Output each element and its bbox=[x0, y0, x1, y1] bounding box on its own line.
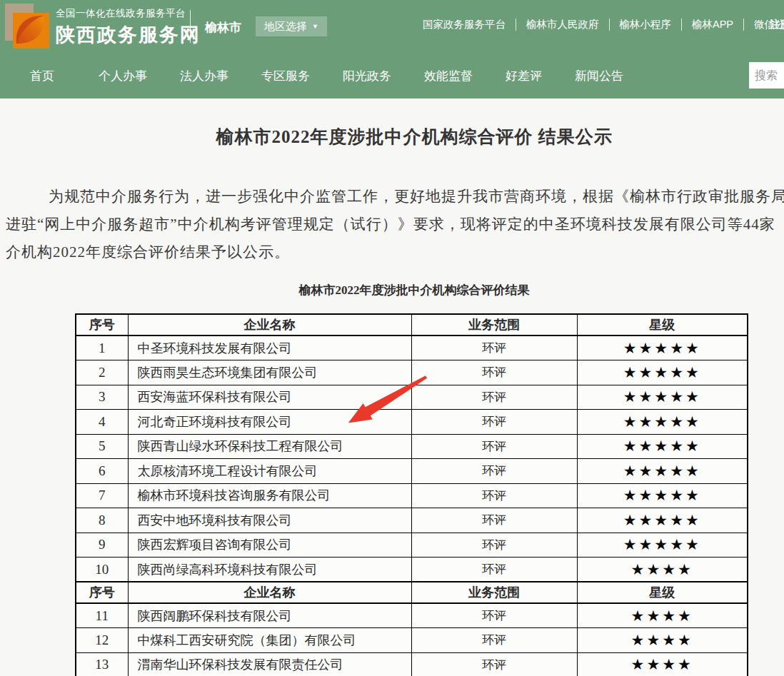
evaluation-table: 序号企业名称业务范围星级1中圣环境科技发展有限公司环评★★★★★2陕西雨昊生态环… bbox=[75, 313, 748, 676]
company-name: 榆林市环境科技咨询服务有限公司 bbox=[128, 483, 411, 508]
row-number: 11 bbox=[76, 603, 128, 628]
page-title: 榆林市2022年度涉批中介机构综合评价 结果公示 bbox=[0, 125, 784, 148]
paragraph-line: 为规范中介服务行为，进一步强化中介监管工作，更好地提升我市营商环境，根据《榆林市… bbox=[6, 183, 784, 211]
table-row: 7榆林市环境科技咨询服务有限公司环评★★★★★ bbox=[76, 483, 748, 508]
business-scope: 环评 bbox=[411, 336, 577, 360]
company-name: 太原核清环境工程设计有限公司 bbox=[128, 459, 411, 484]
business-scope: 环评 bbox=[411, 628, 577, 653]
row-number: 4 bbox=[76, 410, 128, 435]
column-header: 序号 bbox=[76, 314, 128, 336]
business-scope: 环评 bbox=[411, 508, 577, 533]
nav-item-link[interactable]: 效能监督 bbox=[424, 69, 473, 83]
top-links: 国家政务服务平台榆林市人民政府榆林小程序榆林APP微信公众号 bbox=[413, 18, 784, 31]
star-rating: ★★★★ bbox=[577, 558, 748, 582]
register-link[interactable]: 注册 bbox=[770, 18, 784, 31]
company-name: 中煤科工西安研究院（集团）有限公司 bbox=[128, 628, 411, 653]
star-rating: ★★★★★ bbox=[577, 410, 748, 435]
table-row: 1中圣环境科技发展有限公司环评★★★★★ bbox=[76, 336, 748, 360]
company-name: 渭南华山环保科技发展有限责任公司 bbox=[128, 652, 411, 676]
column-header: 业务范围 bbox=[411, 582, 577, 603]
nav-item-link[interactable]: 阳光政务 bbox=[343, 69, 391, 83]
site-name: 陕西政务服务网 bbox=[56, 22, 201, 48]
announcement-article: 榆林市2022年度涉批中介机构综合评价 结果公示 为规范中介服务行为，进一步强化… bbox=[0, 125, 784, 676]
paragraph-line: 介机构2022年度综合评价结果予以公示。 bbox=[6, 238, 784, 266]
site-logo-icon[interactable] bbox=[5, 4, 49, 49]
top-link[interactable]: 国家政务服务平台 bbox=[413, 18, 516, 31]
business-scope: 环评 bbox=[411, 385, 577, 410]
star-rating: ★★★★★ bbox=[577, 360, 748, 385]
table-row: 10陕西尚绿高科环境科技有限公司环评★★★★ bbox=[76, 558, 748, 582]
star-rating: ★★★★★ bbox=[577, 533, 748, 558]
table-header-row: 序号企业名称业务范围星级 bbox=[76, 314, 748, 336]
company-name: 陕西尚绿高科环境科技有限公司 bbox=[128, 558, 411, 582]
announcement-paragraph: 为规范中介服务行为，进一步强化中介监管工作，更好地提升我市营商环境，根据《榆林市… bbox=[6, 183, 784, 266]
main-nav: 首页个人办事法人办事专区服务阳光政务效能监督好差评新闻公告 bbox=[0, 54, 784, 99]
row-number: 10 bbox=[76, 558, 128, 582]
nav-item: 新闻公告 bbox=[575, 68, 623, 84]
top-link[interactable]: 榆林小程序 bbox=[610, 18, 682, 31]
star-rating: ★★★★★ bbox=[577, 459, 748, 484]
current-city-label: 榆林市 bbox=[205, 19, 241, 36]
search-box bbox=[749, 62, 784, 89]
table-row: 3西安海蓝环保科技有限公司环评★★★★★ bbox=[76, 385, 748, 410]
site-header: 全国一体化在线政务服务平台 陕西政务服务网 榆林市 地区选择 ▼ 国家政务服务平… bbox=[0, 0, 784, 54]
business-scope: 环评 bbox=[411, 652, 577, 676]
company-name: 中圣环境科技发展有限公司 bbox=[128, 336, 411, 360]
nav-item-link[interactable]: 法人办事 bbox=[180, 69, 228, 83]
company-name: 陕西宏辉项目咨询有限公司 bbox=[128, 533, 411, 558]
star-rating: ★★★★★ bbox=[577, 508, 748, 533]
star-rating: ★★★★ bbox=[577, 628, 748, 653]
table-row: 2陕西雨昊生态环境集团有限公司环评★★★★★ bbox=[76, 360, 748, 385]
table-row: 8西安中地环境科技有限公司环评★★★★★ bbox=[76, 508, 748, 533]
nav-item-link[interactable]: 好差评 bbox=[506, 69, 542, 83]
header-divider bbox=[190, 10, 191, 43]
nav-list: 首页个人办事法人办事专区服务阳光政务效能监督好差评新闻公告 bbox=[30, 54, 623, 99]
table-row: 12中煤科工西安研究院（集团）有限公司环评★★★★ bbox=[76, 628, 748, 653]
company-name: 西安海蓝环保科技有限公司 bbox=[128, 385, 411, 410]
region-select-label: 地区选择 bbox=[264, 20, 307, 34]
business-scope: 环评 bbox=[411, 360, 577, 385]
table-row: 13渭南华山环保科技发展有限责任公司环评★★★★ bbox=[76, 652, 748, 676]
star-rating: ★★★★ bbox=[577, 603, 748, 628]
table-caption: 榆林市2022年度涉批中介机构综合评价结果 bbox=[0, 282, 784, 298]
chevron-down-icon: ▼ bbox=[312, 24, 318, 30]
nav-item: 个人办事 bbox=[99, 68, 147, 84]
nav-item-link[interactable]: 首页 bbox=[30, 69, 54, 83]
row-number: 12 bbox=[76, 628, 128, 653]
top-link[interactable]: 榆林APP bbox=[682, 18, 743, 31]
nav-item: 阳光政务 bbox=[343, 68, 391, 84]
row-number: 3 bbox=[76, 385, 128, 410]
star-rating: ★★★★★ bbox=[577, 385, 748, 410]
row-number: 13 bbox=[76, 652, 128, 676]
business-scope: 环评 bbox=[411, 483, 577, 508]
region-select-button[interactable]: 地区选择 ▼ bbox=[256, 16, 327, 36]
company-name: 西安中地环境科技有限公司 bbox=[128, 508, 411, 533]
row-number: 6 bbox=[76, 459, 128, 484]
row-number: 7 bbox=[76, 483, 128, 508]
nav-item-link[interactable]: 新闻公告 bbox=[575, 69, 623, 83]
nav-item-link[interactable]: 个人办事 bbox=[99, 69, 147, 83]
top-link[interactable]: 榆林市人民政府 bbox=[516, 18, 609, 31]
row-number: 8 bbox=[76, 508, 128, 533]
table-row: 9陕西宏辉项目咨询有限公司环评★★★★★ bbox=[76, 533, 748, 558]
business-scope: 环评 bbox=[411, 558, 577, 582]
star-rating: ★★★★★ bbox=[577, 434, 748, 459]
table-row: 11陕西阔鹏环保科技有限公司环评★★★★ bbox=[76, 603, 748, 628]
column-header: 星级 bbox=[577, 314, 748, 336]
company-name: 河北奇正环境科技有限公司 bbox=[128, 410, 411, 435]
business-scope: 环评 bbox=[411, 434, 577, 459]
star-rating: ★★★★★ bbox=[577, 483, 748, 508]
row-number: 9 bbox=[76, 533, 128, 558]
row-number: 2 bbox=[76, 360, 128, 385]
business-scope: 环评 bbox=[411, 603, 577, 628]
table-row: 4河北奇正环境科技有限公司环评★★★★★ bbox=[76, 410, 748, 435]
nav-item: 效能监督 bbox=[424, 68, 473, 84]
business-scope: 环评 bbox=[411, 533, 577, 558]
business-scope: 环评 bbox=[411, 410, 577, 435]
column-header: 序号 bbox=[76, 582, 128, 603]
search-input[interactable] bbox=[749, 62, 784, 89]
business-scope: 环评 bbox=[411, 459, 577, 484]
star-rating: ★★★★ bbox=[577, 652, 748, 676]
nav-item-link[interactable]: 专区服务 bbox=[261, 69, 310, 83]
platform-label: 全国一体化在线政务服务平台 bbox=[56, 7, 201, 20]
